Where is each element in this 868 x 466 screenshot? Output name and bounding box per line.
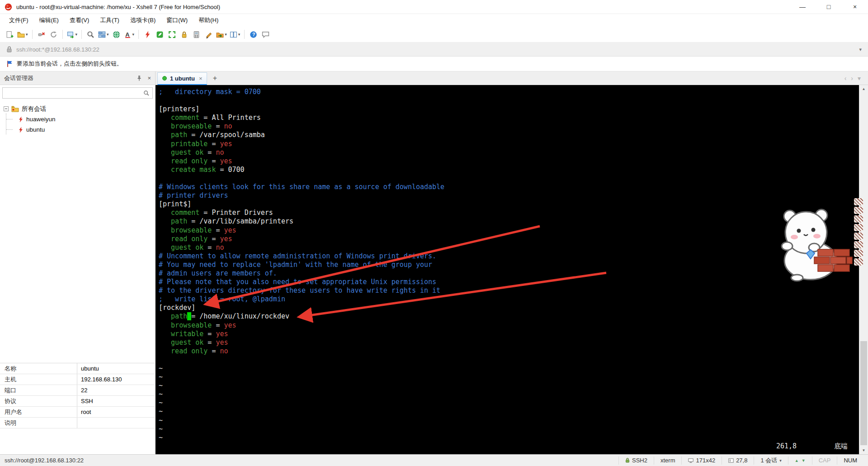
- address-bar[interactable]: ssh://root:*@192.168.68.130:22 ▾: [0, 43, 868, 57]
- tree-guide: [6, 119, 13, 119]
- feedback-button[interactable]: [259, 29, 272, 41]
- reconnect-button[interactable]: [47, 29, 60, 41]
- new-session-button[interactable]: [4, 29, 16, 41]
- menubar: 文件(F) 编辑(E) 查看(V) 工具(T) 选项卡(B) 窗口(W) 帮助(…: [0, 14, 868, 27]
- session-search-box[interactable]: [2, 87, 153, 99]
- vim-ruler-position: 261,8: [776, 442, 797, 451]
- menu-file[interactable]: 文件(F): [4, 14, 34, 27]
- menu-tab[interactable]: 选项卡(B): [125, 14, 161, 27]
- layout-button[interactable]: ▾: [97, 29, 110, 41]
- file-transfer-button[interactable]: ▾: [215, 29, 228, 41]
- font-button[interactable]: A ▾: [123, 29, 136, 41]
- status-screen-size[interactable]: 171x42: [681, 456, 722, 465]
- pin-icon[interactable]: [137, 75, 142, 81]
- dropdown-arrow-icon[interactable]: ▾: [26, 32, 28, 37]
- find-button[interactable]: [85, 29, 97, 41]
- new-session-icon: [6, 31, 14, 38]
- scrollbar-thumb[interactable]: [860, 341, 867, 445]
- session-search-input[interactable]: [5, 90, 143, 96]
- property-label: 用户名: [0, 407, 77, 417]
- terminal-scrollbar[interactable]: ▲ ▼: [859, 85, 868, 454]
- panel-close-icon[interactable]: ×: [147, 75, 151, 81]
- menu-tools[interactable]: 工具(T): [94, 14, 125, 27]
- dropdown-arrow-icon[interactable]: ▾: [238, 32, 241, 37]
- terminal-line: [print$]: [159, 200, 859, 209]
- tree-collapse-toggle[interactable]: [4, 106, 9, 111]
- session-item-huaweiyun[interactable]: huaweiyun: [0, 114, 155, 124]
- xagent-button[interactable]: [142, 29, 154, 41]
- new-tab-button[interactable]: +: [209, 73, 220, 83]
- dropdown-arrow-icon[interactable]: ▾: [107, 32, 109, 37]
- terminal-line: ~: [159, 416, 859, 425]
- toolbar-separator: [32, 30, 33, 39]
- tab-ubuntu[interactable]: 1 ubuntu ×: [157, 72, 207, 85]
- globe-icon: [113, 31, 120, 38]
- status-terminal-type[interactable]: xterm: [654, 456, 682, 465]
- tab-list-dropdown-icon[interactable]: ▾: [858, 75, 861, 82]
- tab-close-icon[interactable]: ×: [199, 75, 203, 82]
- session-bolt-icon: [18, 116, 24, 123]
- session-url-field[interactable]: ssh://root:*@192.168.68.130:22: [16, 46, 859, 53]
- titlebar[interactable]: ubuntu - root@xu-virtual-machine: /home/…: [0, 0, 868, 14]
- status-caps-lock[interactable]: CAP: [812, 456, 837, 465]
- status-session-count[interactable]: 1 会话 ▾: [754, 456, 788, 465]
- dropdown-arrow-icon[interactable]: ▾: [75, 32, 78, 37]
- table-row: 协议 SSH: [0, 396, 155, 407]
- terminal-line: ; directory mask = 0700: [159, 88, 859, 96]
- keypad-button[interactable]: [190, 29, 203, 41]
- dropdown-arrow-icon[interactable]: ▾: [132, 32, 135, 37]
- menu-help[interactable]: 帮助(H): [193, 14, 224, 27]
- scroll-down-icon[interactable]: ▼: [802, 458, 806, 463]
- lock-screen-button[interactable]: [178, 29, 190, 41]
- terminal-line: browseable = yes: [159, 321, 859, 330]
- duplicate-session-button[interactable]: ▾: [66, 29, 79, 41]
- terminal[interactable]: ; directory mask = 0700[printers] commen…: [156, 85, 859, 454]
- menu-window[interactable]: 窗口(W): [161, 14, 193, 27]
- address-dropdown-icon[interactable]: ▾: [859, 47, 862, 52]
- menu-view[interactable]: 查看(V): [64, 14, 94, 27]
- window-title: ubuntu - root@xu-virtual-machine: /home/…: [16, 4, 220, 10]
- property-value: SSH: [77, 396, 93, 406]
- terminal-line: printable = yes: [159, 140, 859, 148]
- dropdown-arrow-icon[interactable]: ▾: [225, 32, 227, 37]
- toolbar-separator: [138, 30, 139, 39]
- close-button[interactable]: ×: [842, 0, 868, 14]
- session-item-ubuntu[interactable]: ubuntu: [0, 124, 155, 135]
- ssh-lock-icon: [625, 458, 630, 463]
- status-session-count-label: 1 会话: [760, 456, 777, 465]
- terminal-line: read only = yes: [159, 157, 859, 166]
- scroll-up-icon[interactable]: ▲: [795, 458, 799, 463]
- terminal-line: browseable = yes: [159, 226, 859, 235]
- scroll-down-arrow-icon[interactable]: ▼: [859, 447, 868, 454]
- terminal-line: ~: [159, 433, 859, 442]
- tab-nav-controls: ‹ › ▾: [844, 75, 868, 82]
- scroll-up-arrow-icon[interactable]: ▲: [859, 85, 868, 93]
- tile-windows-button[interactable]: ▾: [228, 29, 242, 41]
- tab-scroll-right-icon[interactable]: ›: [851, 75, 853, 82]
- tree-root-all-sessions[interactable]: 所有会话: [0, 104, 155, 114]
- xftp-button[interactable]: [154, 29, 166, 41]
- fullscreen-button[interactable]: [166, 29, 178, 41]
- duplicate-session-icon: [67, 31, 75, 38]
- reconnect-icon: [50, 31, 57, 38]
- tab-scroll-left-icon[interactable]: ‹: [844, 75, 847, 82]
- maximize-button[interactable]: □: [816, 0, 842, 14]
- disconnect-button[interactable]: [35, 29, 47, 41]
- status-num-lock[interactable]: NUM: [837, 456, 863, 465]
- web-browser-button[interactable]: [110, 29, 123, 41]
- minimize-button[interactable]: —: [789, 0, 816, 14]
- dropdown-arrow-icon[interactable]: ▾: [779, 458, 782, 463]
- terminal-line: ~: [159, 390, 859, 399]
- menu-edit[interactable]: 编辑(E): [34, 14, 64, 27]
- status-encryption[interactable]: SSH2: [618, 456, 654, 465]
- help-button[interactable]: ?: [247, 29, 259, 41]
- status-scroll-buttons[interactable]: ▲ ▼: [788, 456, 812, 465]
- table-row: 主机 192.168.68.130: [0, 374, 155, 385]
- status-cursor-position[interactable]: 27,8: [722, 456, 754, 465]
- open-session-button[interactable]: ▾: [16, 29, 29, 41]
- search-icon[interactable]: [143, 90, 150, 96]
- terminal-line: ~: [159, 381, 859, 390]
- terminal-line: ~: [159, 373, 859, 381]
- session-manager-title: 会话管理器: [4, 74, 33, 82]
- compose-button[interactable]: [203, 29, 215, 41]
